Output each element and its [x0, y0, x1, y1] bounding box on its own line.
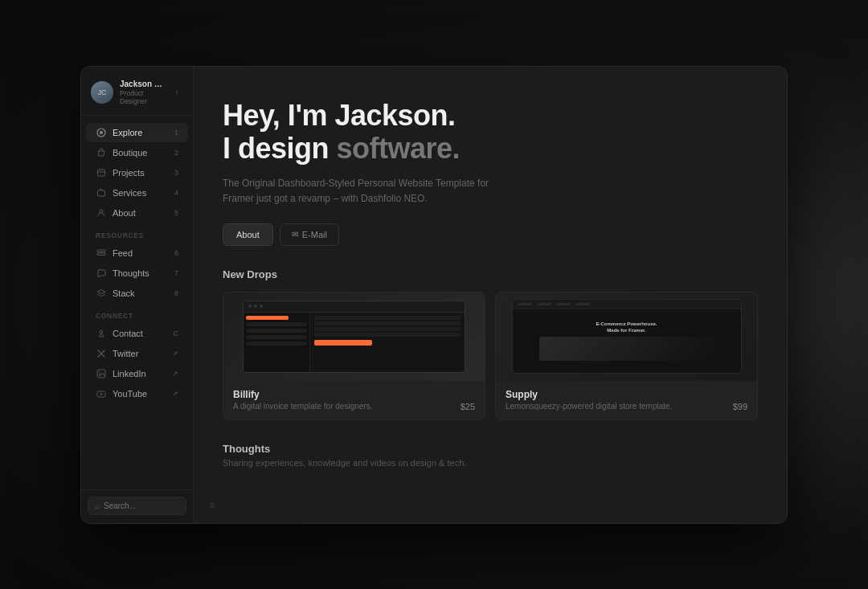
svg-point-4	[100, 210, 103, 213]
sidebar-item-badge: 3	[167, 169, 178, 177]
sidebar-item-thoughts[interactable]: Thoughts 7	[86, 264, 188, 283]
svg-point-7	[100, 330, 103, 333]
sidebar-item-explore[interactable]: Explore 1	[86, 123, 188, 142]
billify-name: Billify	[233, 389, 475, 400]
svg-rect-2	[98, 170, 105, 176]
twitter-icon	[96, 348, 107, 359]
billify-desc-row: A digital invoice template for designers…	[233, 402, 475, 411]
svg-rect-6	[97, 253, 105, 256]
supply-desc-row: Lemonsqueezy-powered digital store templ…	[506, 402, 747, 411]
billify-description: A digital invoice template for designers…	[233, 402, 461, 411]
billify-thumbnail	[223, 292, 485, 381]
sidebar-item-badge: ↗	[167, 390, 178, 398]
sidebar-item-badge: 7	[167, 269, 178, 277]
thoughts-section: Thoughts Sharing experiences, knowledge …	[223, 443, 758, 468]
sidebar-item-badge: 2	[167, 149, 178, 157]
sidebar-item-badge: C	[167, 329, 178, 337]
drop-card-supply[interactable]: E-Commerce Powerhouse.Made for Framer. S…	[495, 292, 758, 420]
app-window: JC Jackson Carter Product Designer ‹ Exp…	[80, 66, 788, 524]
thoughts-title: Thoughts	[223, 443, 758, 455]
projects-icon	[96, 167, 107, 178]
svg-point-9	[99, 371, 100, 373]
sidebar-item-badge: ↗	[167, 350, 178, 358]
email-button[interactable]: ✉ E-Mail	[280, 223, 339, 246]
sidebar-nav: Explore 1 Boutique 2	[81, 116, 193, 489]
email-button-label: E-Mail	[302, 230, 327, 239]
linkedin-icon	[96, 368, 107, 379]
sidebar-item-stack[interactable]: Stack 8	[86, 284, 188, 303]
about-button[interactable]: About	[223, 223, 273, 246]
sidebar-item-label: Stack	[113, 288, 162, 298]
billify-info: Billify A digital invoice template for d…	[223, 381, 485, 419]
email-icon: ✉	[292, 230, 298, 239]
sidebar-header: JC Jackson Carter Product Designer ‹	[81, 67, 193, 116]
sidebar-item-label: Feed	[113, 248, 162, 258]
sidebar-item-youtube[interactable]: YouTube ↗	[86, 384, 188, 403]
explore-icon	[96, 127, 107, 138]
drop-card-billify[interactable]: Billify A digital invoice template for d…	[223, 292, 485, 420]
main-content: Hey, I'm Jackson. I design software. The…	[194, 67, 787, 523]
sidebar: JC Jackson Carter Product Designer ‹ Exp…	[81, 67, 194, 523]
sidebar-item-label: Thoughts	[113, 268, 162, 278]
sidebar-item-badge: 6	[167, 249, 178, 257]
collapse-button[interactable]: ‹	[170, 86, 183, 99]
user-info: Jackson Carter Product Designer	[120, 80, 164, 105]
sidebar-item-label: Services	[113, 188, 162, 198]
supply-price: $99	[733, 402, 747, 411]
sidebar-item-label: Explore	[113, 128, 162, 137]
boutique-icon	[96, 147, 107, 158]
sidebar-item-projects[interactable]: Projects 3	[86, 163, 188, 182]
supply-thumbnail: E-Commerce Powerhouse.Made for Framer.	[496, 292, 757, 381]
svg-rect-3	[98, 190, 105, 196]
sidebar-item-boutique[interactable]: Boutique 2	[86, 143, 188, 162]
search-box[interactable]: ⌕ S	[88, 497, 186, 515]
sidebar-item-label: Contact	[113, 329, 162, 338]
sidebar-item-badge: 1	[167, 129, 178, 137]
avatar: JC	[91, 81, 113, 104]
hero-subtitle: The Original Dashboard-Styled Personal W…	[223, 176, 512, 207]
connect-section-label: CONNECT	[81, 304, 193, 323]
about-icon	[96, 207, 107, 219]
supply-info: Supply Lemonsqueezy-powered digital stor…	[496, 381, 757, 419]
contact-icon	[96, 328, 107, 339]
search-shortcut: S	[210, 501, 215, 509]
resources-section-label: RESOURCES	[81, 223, 193, 243]
sidebar-item-contact[interactable]: Contact C	[86, 324, 188, 343]
supply-description: Lemonsqueezy-powered digital store templ…	[506, 402, 733, 411]
search-input[interactable]	[104, 501, 206, 510]
sidebar-item-twitter[interactable]: Twitter ↗	[86, 344, 188, 363]
drops-section-title: New Drops	[223, 268, 758, 280]
sidebar-search-area: ⌕ S	[81, 489, 193, 523]
hero-line2-accent: software.	[337, 132, 461, 165]
sidebar-item-linkedin[interactable]: LinkedIn ↗	[86, 364, 188, 383]
user-name: Jackson Carter	[120, 80, 164, 88]
hero-buttons: About ✉ E-Mail	[223, 223, 758, 246]
youtube-icon	[96, 388, 107, 399]
svg-rect-5	[97, 250, 105, 252]
sidebar-item-label: LinkedIn	[113, 369, 162, 378]
hero-title: Hey, I'm Jackson. I design software.	[223, 99, 758, 166]
hero-line1: Hey, I'm Jackson.	[223, 99, 456, 132]
sidebar-item-label: Projects	[113, 168, 162, 178]
sidebar-item-feed[interactable]: Feed 6	[86, 243, 188, 263]
hero-line2-prefix: I design	[223, 132, 337, 165]
sidebar-item-badge: 5	[167, 209, 178, 217]
sidebar-item-label: Boutique	[113, 148, 162, 157]
search-icon: ⌕	[95, 501, 100, 510]
drops-grid: Billify A digital invoice template for d…	[223, 292, 758, 420]
sidebar-item-badge: 4	[167, 189, 178, 197]
services-icon	[96, 187, 107, 198]
feed-icon	[96, 247, 107, 259]
sidebar-item-services[interactable]: Services 4	[86, 183, 188, 202]
sidebar-item-label: Twitter	[113, 349, 162, 358]
thoughts-icon	[96, 268, 107, 279]
thoughts-subtitle: Sharing experiences, knowledge and video…	[223, 458, 758, 468]
sidebar-item-badge: 8	[167, 289, 178, 297]
user-role: Product Designer	[120, 89, 164, 105]
sidebar-item-about[interactable]: About 5	[86, 203, 188, 223]
sidebar-item-label: YouTube	[113, 389, 162, 399]
svg-point-1	[100, 131, 103, 134]
sidebar-item-label: About	[113, 208, 162, 218]
stack-icon	[96, 288, 107, 299]
sidebar-item-badge: ↗	[167, 370, 178, 378]
